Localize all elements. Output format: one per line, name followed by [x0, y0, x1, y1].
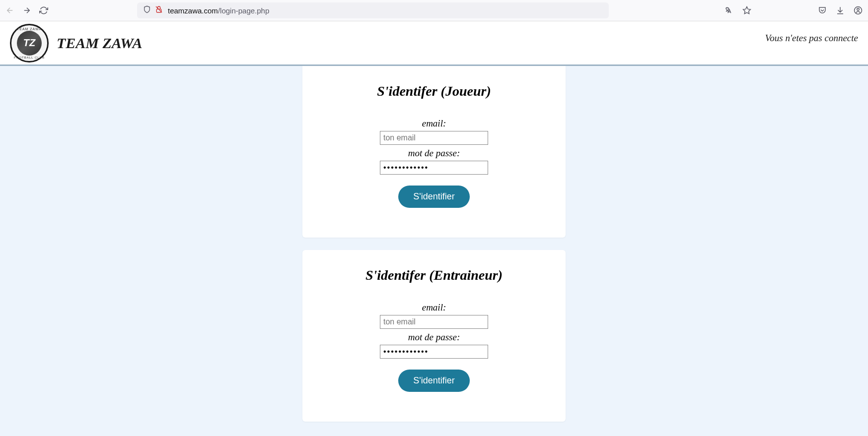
player-email-label: email:: [322, 118, 546, 129]
coach-login-title: S'identifer (Entraineur): [322, 267, 546, 283]
toolbar-right: [724, 5, 863, 15]
back-icon[interactable]: [5, 5, 15, 15]
coach-email-input[interactable]: [380, 315, 488, 329]
shield-icon[interactable]: [143, 5, 151, 15]
player-password-input[interactable]: [380, 161, 488, 175]
coach-submit-button[interactable]: S'identifier: [398, 370, 469, 392]
login-card-player: S'identifer (Joueur) email: mot de passe…: [302, 66, 566, 238]
player-email-input[interactable]: [380, 131, 488, 145]
connection-status: Vous n'etes pas connecte: [765, 33, 858, 44]
svg-point-4: [857, 8, 860, 11]
account-icon[interactable]: [853, 5, 863, 15]
player-email-group: email:: [322, 118, 546, 145]
page-container: TEAM ZAWA TZ FOOTBALL CLUB TEAM ZAWA Vou…: [0, 21, 868, 436]
coach-email-label: email:: [322, 302, 546, 313]
address-bar[interactable]: teamzawa.com/login-page.php: [137, 2, 609, 18]
coach-email-group: email:: [322, 302, 546, 329]
logo-top-text: TEAM ZAWA: [17, 27, 42, 31]
url-domain: teamzawa.com: [168, 6, 218, 15]
browser-toolbar: teamzawa.com/login-page.php: [0, 0, 868, 21]
coach-password-input[interactable]: [380, 345, 488, 359]
address-icons: [143, 5, 163, 15]
nav-buttons: [5, 5, 49, 15]
translate-icon[interactable]: [724, 5, 734, 15]
svg-marker-2: [743, 7, 751, 14]
insecure-lock-icon[interactable]: [155, 5, 163, 15]
coach-password-label: mot de passe:: [322, 332, 546, 343]
player-login-title: S'identifer (Joueur): [322, 83, 546, 99]
site-header: TEAM ZAWA TZ FOOTBALL CLUB TEAM ZAWA Vou…: [0, 21, 868, 66]
player-password-group: mot de passe:: [322, 148, 546, 175]
download-icon[interactable]: [835, 5, 845, 15]
logo-emblem: TZ: [17, 31, 42, 56]
url-path: /login-page.php: [218, 6, 269, 15]
forward-icon[interactable]: [22, 5, 32, 15]
bookmark-star-icon[interactable]: [742, 5, 752, 15]
coach-password-group: mot de passe:: [322, 332, 546, 359]
main-content: S'identifer (Joueur) email: mot de passe…: [0, 66, 868, 434]
pocket-icon[interactable]: [817, 5, 827, 15]
site-logo[interactable]: TEAM ZAWA TZ FOOTBALL CLUB: [10, 24, 49, 62]
login-card-coach: S'identifer (Entraineur) email: mot de p…: [302, 250, 566, 422]
brand-first: TEAM: [57, 35, 99, 51]
brand-name: TEAM ZAWA: [57, 35, 143, 52]
brand-second: ZAWA: [99, 35, 143, 51]
refresh-icon[interactable]: [39, 5, 49, 15]
player-submit-button[interactable]: S'identifier: [398, 186, 469, 208]
url-text: teamzawa.com/login-page.php: [168, 6, 269, 15]
logo-bottom-text: FOOTBALL CLUB: [14, 56, 45, 59]
player-password-label: mot de passe:: [322, 148, 546, 159]
